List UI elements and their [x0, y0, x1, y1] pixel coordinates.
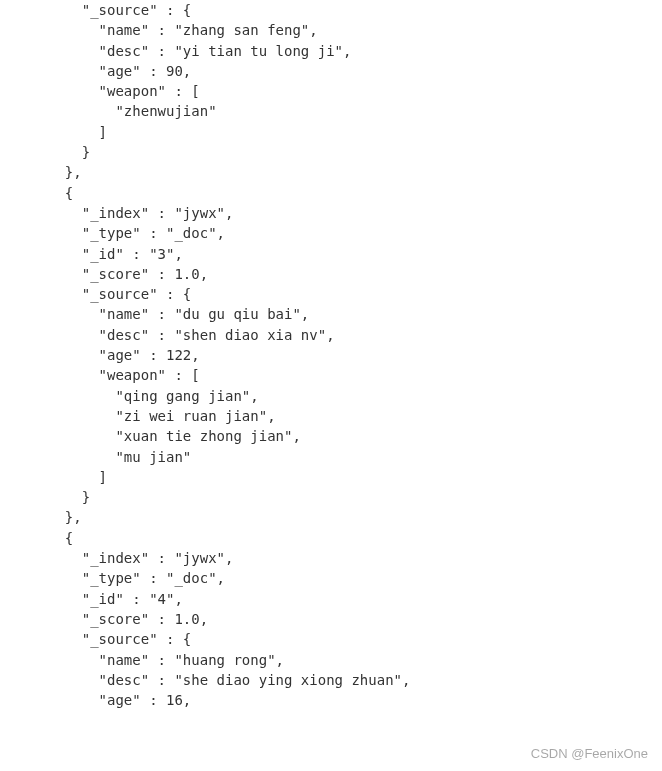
watermark-text: CSDN @FeenixOne: [531, 746, 648, 761]
json-code-block: "_source" : { "name" : "zhang san feng",…: [0, 0, 662, 710]
